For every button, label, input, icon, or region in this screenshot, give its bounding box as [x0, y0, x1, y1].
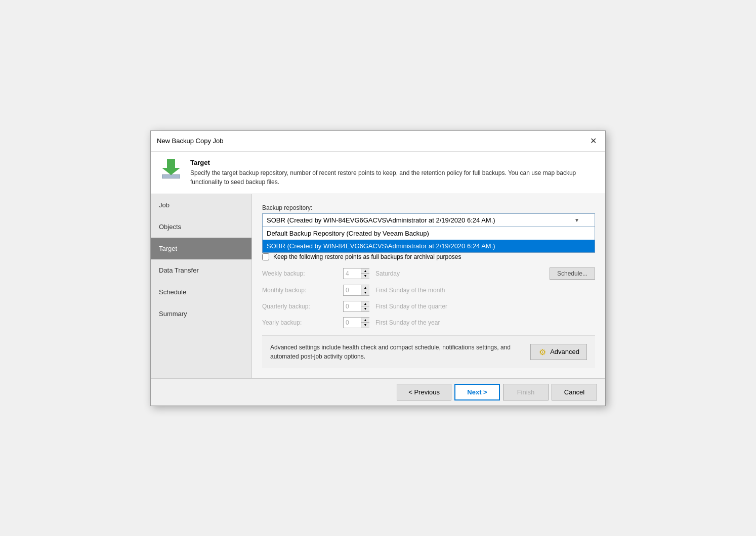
advanced-description: Advanced settings include health check a… — [270, 343, 530, 361]
monthly-day: First Sunday of the month — [375, 287, 445, 294]
header: Target Specify the target backup reposit… — [151, 152, 605, 194]
weekly-input[interactable]: 4 — [344, 269, 361, 279]
quarterly-label: Quarterly backup: — [262, 303, 343, 310]
previous-button[interactable]: < Previous — [397, 384, 451, 400]
weekly-spinner-btns: ▲ ▼ — [361, 269, 369, 279]
monthly-backup-row: Monthly backup: 0 ▲ ▼ First Sunday of th… — [262, 285, 595, 296]
sidebar-item-objects[interactable]: Objects — [151, 216, 251, 238]
monthly-label: Monthly backup: — [262, 287, 343, 294]
header-title: Target — [190, 159, 597, 166]
archival-checkbox[interactable] — [262, 253, 269, 260]
dialog-title: New Backup Copy Job — [157, 137, 224, 145]
yearly-backup-row: Yearly backup: 0 ▲ ▼ First Sunday of the… — [262, 317, 595, 328]
sidebar-item-target[interactable]: Target — [151, 238, 251, 259]
weekly-backup-row: Weekly backup: 4 ▲ ▼ Saturday Schedule..… — [262, 267, 595, 280]
yearly-input[interactable]: 0 — [344, 318, 361, 328]
chevron-down-icon: ▼ — [574, 217, 579, 223]
quarterly-up[interactable]: ▲ — [361, 301, 369, 306]
sidebar-item-job[interactable]: Job — [151, 194, 251, 216]
quarterly-day: First Sunday of the quarter — [375, 303, 447, 310]
monthly-input[interactable]: 0 — [344, 285, 361, 295]
finish-button[interactable]: Finish — [503, 384, 549, 400]
sidebar-item-schedule[interactable]: Schedule — [151, 281, 251, 303]
close-button[interactable]: ✕ — [587, 135, 599, 147]
title-bar: New Backup Copy Job ✕ — [151, 131, 605, 152]
selected-repo-text: SOBR (Created by WIN-84EVG6GACVS\Adminis… — [267, 216, 495, 224]
quarterly-input[interactable]: 0 — [344, 301, 361, 311]
weekly-up[interactable]: ▲ — [361, 269, 369, 274]
archival-checkbox-label[interactable]: Keep the following restore points as ful… — [273, 253, 461, 260]
dialog: New Backup Copy Job ✕ Target Specify the… — [150, 130, 606, 406]
yearly-day: First Sunday of the year — [375, 319, 440, 326]
header-text: Target Specify the target backup reposit… — [190, 159, 597, 187]
backup-repo-menu: Default Backup Repository (Created by Ve… — [262, 227, 595, 253]
yearly-spinner: 0 ▲ ▼ — [343, 317, 369, 328]
monthly-up[interactable]: ▲ — [361, 285, 369, 290]
next-button[interactable]: Next > — [454, 384, 500, 400]
advanced-section: Advanced settings include health check a… — [262, 335, 595, 368]
yearly-down[interactable]: ▼ — [361, 323, 369, 328]
backup-repo-dropdown[interactable]: SOBR (Created by WIN-84EVG6GACVS\Adminis… — [262, 213, 595, 227]
weekly-day: Saturday — [375, 270, 400, 277]
main-content: Job Objects Target Data Transfer Schedul… — [151, 194, 605, 378]
weekly-label: Weekly backup: — [262, 270, 343, 277]
archival-section: Weekly backup: 4 ▲ ▼ Saturday Schedule..… — [262, 267, 595, 328]
quarterly-backup-row: Quarterly backup: 0 ▲ ▼ First Sunday of … — [262, 301, 595, 312]
monthly-spinner: 0 ▲ ▼ — [343, 285, 369, 296]
repo-option-sobr[interactable]: SOBR (Created by WIN-84EVG6GACVS\Adminis… — [263, 240, 595, 252]
monthly-spinner-btns: ▲ ▼ — [361, 285, 369, 295]
cancel-button[interactable]: Cancel — [552, 384, 597, 400]
archival-checkbox-row: Keep the following restore points as ful… — [262, 253, 595, 260]
schedule-button[interactable]: Schedule... — [550, 267, 595, 280]
content-area: Backup repository: SOBR (Created by WIN-… — [252, 194, 605, 378]
monthly-down[interactable]: ▼ — [361, 290, 369, 295]
backup-repo-dropdown-wrapper: SOBR (Created by WIN-84EVG6GACVS\Adminis… — [262, 213, 595, 227]
gear-icon: ⚙ — [538, 347, 547, 356]
header-description: Specify the target backup repository, nu… — [190, 168, 597, 187]
header-icon — [159, 159, 183, 183]
weekly-down[interactable]: ▼ — [361, 274, 369, 279]
backup-repo-label: Backup repository: — [262, 204, 595, 211]
advanced-button[interactable]: ⚙ Advanced — [530, 344, 587, 360]
sidebar-item-summary[interactable]: Summary — [151, 303, 251, 325]
weekly-spinner: 4 ▲ ▼ — [343, 268, 369, 279]
advanced-btn-label: Advanced — [550, 348, 579, 355]
sidebar-item-data-transfer[interactable]: Data Transfer — [151, 259, 251, 281]
yearly-label: Yearly backup: — [262, 319, 343, 326]
quarterly-spinner: 0 ▲ ▼ — [343, 301, 369, 312]
yearly-up[interactable]: ▲ — [361, 318, 369, 323]
sidebar: Job Objects Target Data Transfer Schedul… — [151, 194, 252, 378]
quarterly-down[interactable]: ▼ — [361, 306, 369, 311]
repo-option-default[interactable]: Default Backup Repository (Created by Ve… — [263, 227, 595, 240]
backup-repo-section: Backup repository: SOBR (Created by WIN-… — [262, 204, 595, 227]
quarterly-spinner-btns: ▲ ▼ — [361, 301, 369, 311]
footer: < Previous Next > Finish Cancel — [151, 378, 605, 406]
yearly-spinner-btns: ▲ ▼ — [361, 318, 369, 328]
